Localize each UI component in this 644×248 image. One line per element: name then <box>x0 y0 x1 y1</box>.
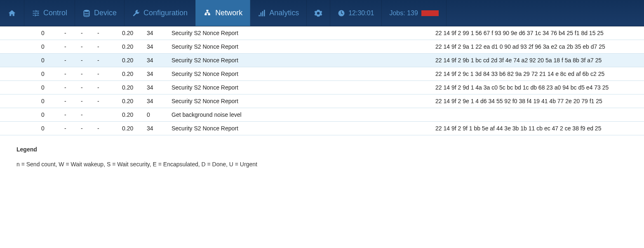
sliders-icon <box>32 9 40 17</box>
table-cell: - <box>62 94 78 108</box>
nav-clock: 12:30:01 <box>330 0 382 26</box>
table-cell: 0 <box>21 122 62 135</box>
table-cell: - <box>62 122 78 135</box>
table-cell: - <box>95 67 120 81</box>
table-cell: - <box>95 94 120 108</box>
table-cell: 0.20 <box>120 81 144 94</box>
table-cell: 0 <box>21 26 62 40</box>
table-cell: - <box>78 26 95 40</box>
nav-configuration[interactable]: Configuration <box>125 0 195 26</box>
table-row[interactable]: 0---0.2034Security S2 Nonce Report22 14 … <box>0 67 644 81</box>
table-cell: - <box>78 122 95 135</box>
table-cell: 34 <box>144 54 169 67</box>
table-cell: 0 <box>21 94 62 108</box>
table-row[interactable]: 0---0.2034Security S2 Nonce Report22 14 … <box>0 122 644 135</box>
table-cell: - <box>95 26 120 40</box>
legend-section: Legend n = Send count, W = Wait wakeup, … <box>0 135 644 172</box>
table-cell: - <box>78 94 95 108</box>
jobs-label: Jobs: 139 <box>389 9 418 17</box>
home-icon <box>7 9 16 17</box>
table-cell <box>0 67 21 81</box>
table-cell: Security S2 Nonce Report <box>169 67 433 81</box>
table-cell: Security S2 Nonce Report <box>169 122 433 135</box>
table-cell <box>433 108 644 122</box>
table-cell: - <box>78 54 95 67</box>
table-cell: 0.20 <box>120 26 144 40</box>
legend-text: n = Send count, W = Wait wakeup, S = Wai… <box>16 161 628 168</box>
table-cell: - <box>78 67 95 81</box>
nav-analytics-label: Analytics <box>269 9 299 17</box>
table-cell: 22 14 9f 2 9b 1 bc cd 2d 3f 4e 74 a2 92 … <box>433 54 644 67</box>
table-cell <box>0 81 21 94</box>
table-cell: 0.20 <box>120 40 144 54</box>
table-cell: - <box>62 81 78 94</box>
network-icon <box>203 9 212 17</box>
table-cell: 22 14 9f 2 9d 1 4a 3a c0 5c bc bd 1c db … <box>433 81 644 94</box>
table-cell: 22 14 9f 2 9c 1 3d 84 33 b6 82 9a 29 72 … <box>433 67 644 81</box>
table-cell <box>0 54 21 67</box>
table-cell: - <box>62 26 78 40</box>
navbar: Control Device Configuration Network Ana… <box>0 0 644 26</box>
gear-icon <box>314 9 322 17</box>
table-cell: Security S2 Nonce Report <box>169 40 433 54</box>
table-cell: - <box>78 81 95 94</box>
clock-time: 12:30:01 <box>348 9 374 17</box>
clock-icon <box>338 9 345 17</box>
table-row[interactable]: 0---0.2034Security S2 Nonce Report22 14 … <box>0 40 644 54</box>
table-cell: - <box>62 108 78 122</box>
nav-home[interactable] <box>0 0 24 26</box>
table-cell: 22 14 9f 2 99 1 56 67 f 93 90 9e d6 37 1… <box>433 26 644 40</box>
table-cell: - <box>62 67 78 81</box>
nav-settings[interactable] <box>307 0 330 26</box>
table-cell: Security S2 Nonce Report <box>169 26 433 40</box>
table-cell: - <box>62 40 78 54</box>
table-cell: 0 <box>21 108 62 122</box>
table-cell: - <box>95 40 120 54</box>
table-cell: 0 <box>21 54 62 67</box>
table-cell: - <box>78 108 95 122</box>
table-cell: - <box>95 81 120 94</box>
table-cell: 0 <box>21 81 62 94</box>
legend-title: Legend <box>16 146 628 153</box>
nav-device-label: Device <box>94 9 117 17</box>
nav-network[interactable]: Network <box>195 0 250 26</box>
table-row[interactable]: 0---0.2034Security S2 Nonce Report22 14 … <box>0 54 644 67</box>
table-row[interactable]: 0---0.2034Security S2 Nonce Report22 14 … <box>0 26 644 40</box>
table-cell: Security S2 Nonce Report <box>169 81 433 94</box>
table-cell: - <box>62 54 78 67</box>
wrench-icon <box>132 9 140 17</box>
table-cell: 0 <box>21 40 62 54</box>
table-row[interactable]: 0--0.200Get background noise level <box>0 108 644 122</box>
table-cell: 34 <box>144 67 169 81</box>
table-cell <box>0 40 21 54</box>
nav-analytics[interactable]: Analytics <box>250 0 307 26</box>
table-cell: 34 <box>144 40 169 54</box>
table-cell: 34 <box>144 26 169 40</box>
nav-control-label: Control <box>43 9 67 17</box>
table-cell: Security S2 Nonce Report <box>169 54 433 67</box>
table-cell <box>0 122 21 135</box>
packet-table: 0---0.2034Security S2 Nonce Report22 14 … <box>0 26 644 135</box>
table-cell: - <box>95 122 120 135</box>
table-cell: 22 14 9f 2 9e 1 4 d6 34 55 92 f0 38 f4 1… <box>433 94 644 108</box>
table-cell: 0 <box>144 108 169 122</box>
table-cell: 22 14 9f 2 9f 1 bb 5e af 44 3e 3b 1b 11 … <box>433 122 644 135</box>
nav-configuration-label: Configuration <box>143 9 188 17</box>
table-cell: 0 <box>21 67 62 81</box>
content-area: 0---0.2034Security S2 Nonce Report22 14 … <box>0 26 644 188</box>
table-cell: 0.20 <box>120 108 144 122</box>
table-cell: - <box>95 54 120 67</box>
nav-control[interactable]: Control <box>24 0 75 26</box>
table-row[interactable]: 0---0.2034Security S2 Nonce Report22 14 … <box>0 94 644 108</box>
table-cell: 0.20 <box>120 67 144 81</box>
table-row[interactable]: 0---0.2034Security S2 Nonce Report22 14 … <box>0 81 644 94</box>
svg-point-0 <box>84 9 89 12</box>
table-cell <box>0 108 21 122</box>
table-cell: 34 <box>144 94 169 108</box>
jobs-progress-bar <box>421 10 439 16</box>
nav-jobs[interactable]: Jobs: 139 <box>382 0 446 26</box>
nav-device[interactable]: Device <box>75 0 125 26</box>
table-cell: Security S2 Nonce Report <box>169 94 433 108</box>
table-cell <box>0 26 21 40</box>
table-cell <box>0 94 21 108</box>
